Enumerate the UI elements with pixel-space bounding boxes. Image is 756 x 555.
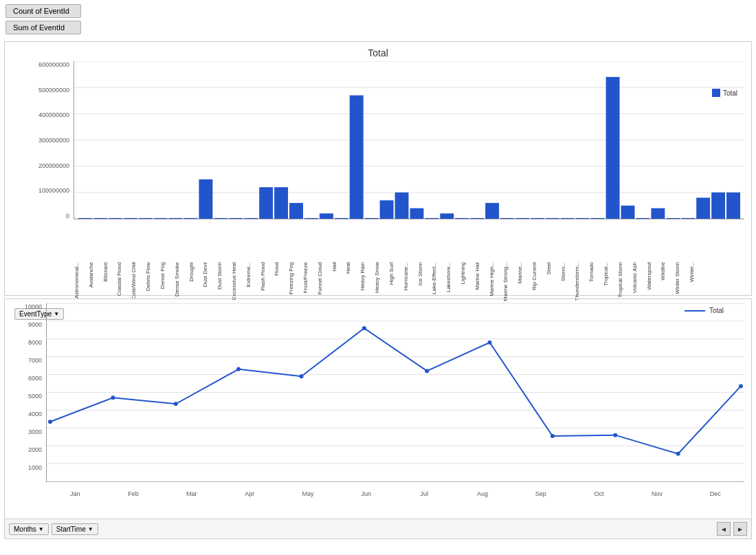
line-chart-legend: Total <box>685 307 724 314</box>
line-x-label: Aug <box>454 490 512 497</box>
bar-x-label: Volcanic Ash <box>632 262 646 293</box>
bar-x-label: Tornado <box>588 262 603 282</box>
svg-rect-13 <box>169 218 183 219</box>
bar-x-label: Drought <box>188 262 203 281</box>
bar-x-label: Lightning <box>460 262 474 284</box>
svg-rect-11 <box>139 218 153 219</box>
svg-rect-21 <box>289 203 303 219</box>
bar-chart-container <box>74 61 744 219</box>
scroll-left-button[interactable]: ◄ <box>717 522 731 536</box>
svg-rect-18 <box>244 218 258 219</box>
line-x-label: Jul <box>395 490 454 497</box>
top-buttons-area: Count of EventId Sum of EventId <box>0 0 756 39</box>
line-y-label: 6000 <box>12 375 42 382</box>
bar-x-label: Tropical Storm <box>617 262 632 298</box>
svg-rect-30 <box>425 218 438 219</box>
svg-rect-28 <box>395 193 409 219</box>
bar-x-label: Lakeshore... <box>445 262 460 292</box>
svg-point-72 <box>676 452 680 456</box>
count-eventid-button[interactable]: Count of EventId <box>5 4 81 18</box>
line-x-axis-labels: JanFebMarAprMayJunJulAugSepOctNovDec <box>46 489 744 497</box>
svg-point-64 <box>174 402 178 406</box>
bar-chart-area: 6000000005000000004000000003000000002000… <box>12 61 744 261</box>
svg-rect-42 <box>606 77 620 219</box>
svg-rect-40 <box>576 218 590 219</box>
bar-x-label: Astronomical... <box>74 262 88 298</box>
svg-rect-20 <box>274 187 288 219</box>
line-y-label: 3000 <box>12 428 42 435</box>
svg-point-65 <box>236 367 241 371</box>
bar-x-label: Marine... <box>517 262 531 283</box>
svg-point-68 <box>425 369 429 373</box>
svg-rect-14 <box>184 218 198 219</box>
svg-rect-48 <box>696 197 710 219</box>
svg-point-66 <box>299 374 303 378</box>
bar-x-label: Extreme... <box>245 262 260 287</box>
bar-chart-legend: Total <box>712 89 737 97</box>
bar-y-label: 0 <box>12 213 69 219</box>
line-y-label: 8000 <box>12 339 42 346</box>
svg-rect-15 <box>199 179 212 219</box>
bar-y-label: 500000000 <box>12 87 69 94</box>
bar-x-label: Avalanche <box>88 262 102 287</box>
line-legend-label: Total <box>709 307 724 314</box>
svg-point-73 <box>739 384 743 388</box>
starttime-label: StartTime <box>56 525 86 533</box>
svg-rect-29 <box>410 208 424 219</box>
bar-x-label: Debris Flow <box>145 262 159 291</box>
svg-point-63 <box>111 395 115 400</box>
bar-x-label: Thunderstorm... <box>574 262 588 301</box>
bar-x-label: Coastal Flood <box>116 262 131 296</box>
bar-x-label: Waterspout <box>646 262 660 290</box>
line-y-label: 4000 <box>12 411 42 417</box>
svg-point-62 <box>48 420 52 424</box>
bar-legend-label: Total <box>723 89 737 97</box>
svg-rect-12 <box>154 218 168 219</box>
line-x-label: Mar <box>162 490 221 497</box>
bar-x-label: Funnel Cloud <box>317 262 331 295</box>
line-chart-area: 1000090008000700060005000400030002000100… <box>12 303 744 489</box>
svg-rect-31 <box>440 213 454 219</box>
line-y-label: 7000 <box>12 357 42 364</box>
bar-x-label: Wildfire <box>660 262 674 281</box>
sum-eventid-button[interactable]: Sum of EventId <box>5 21 81 34</box>
svg-rect-7 <box>78 218 92 219</box>
bar-legend-box <box>712 89 720 97</box>
scroll-right-button[interactable]: ► <box>733 522 747 536</box>
bar-x-label: Dust Devil <box>202 262 216 287</box>
line-x-label: Jan <box>46 490 104 497</box>
bar-x-label: Marine Hail <box>474 262 489 290</box>
starttime-dropdown[interactable]: StartTime ▼ <box>52 523 98 535</box>
svg-rect-46 <box>666 218 680 219</box>
line-x-label: Oct <box>570 490 628 497</box>
bar-x-label: Flash Flood <box>260 262 274 291</box>
svg-rect-45 <box>651 208 665 219</box>
months-dropdown[interactable]: Months ▼ <box>9 523 49 535</box>
svg-rect-26 <box>365 218 379 219</box>
bar-x-label: Hurricane... <box>403 262 417 290</box>
bar-x-label: Ice Storm <box>417 262 432 285</box>
bar-x-label: Dust Storm <box>216 262 231 290</box>
months-label: Months <box>14 525 36 533</box>
svg-rect-32 <box>455 218 469 219</box>
svg-rect-19 <box>259 187 273 219</box>
svg-rect-24 <box>335 218 348 219</box>
svg-rect-34 <box>485 203 499 219</box>
bar-x-label: Marine High... <box>489 262 503 296</box>
svg-rect-17 <box>229 218 243 219</box>
bar-x-label: Winter... <box>689 262 703 282</box>
bottom-controls: Months ▼ StartTime ▼ ◄ ► <box>5 519 751 538</box>
line-x-label: Nov <box>628 490 687 497</box>
svg-rect-16 <box>214 218 227 219</box>
bar-y-label: 400000000 <box>12 111 69 118</box>
svg-rect-27 <box>380 200 394 219</box>
svg-rect-49 <box>711 193 725 219</box>
line-y-label: 9000 <box>12 321 42 328</box>
bar-x-label: Freezing Fog <box>288 262 302 294</box>
bar-x-label: Cold/Wind Chill <box>131 262 145 300</box>
svg-point-70 <box>551 434 555 438</box>
bar-x-label: Excessive Heat <box>231 262 245 300</box>
bar-x-label: Dense Fog <box>159 262 174 289</box>
svg-rect-37 <box>531 218 544 219</box>
svg-rect-41 <box>591 218 605 219</box>
